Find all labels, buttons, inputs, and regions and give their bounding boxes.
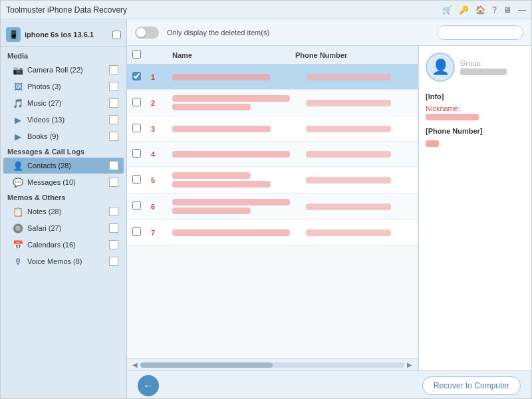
nickname-value [426,114,479,120]
row-4-num: 4 [151,150,170,158]
monitor-icon[interactable]: 🖥 [503,5,511,15]
table-area: Name Phone Number 1 [127,46,531,370]
voice-memos-icon: 🎙 [13,256,23,267]
scroll-thumb[interactable] [140,362,273,368]
books-checkbox[interactable] [109,132,118,141]
table-row[interactable]: 6 [127,194,418,220]
contacts-checkbox[interactable] [109,161,118,170]
scroll-track[interactable] [140,362,404,368]
app-title: Toolmuster iPhone Data Recovery [6,5,442,15]
titlebar-icons: 🛒 🔑 🏠 ? 🖥 — [442,5,526,15]
main-layout: 📱 iphone 6s ios 13.6.1 Media 📷 Camera Ro… [1,19,531,399]
toolbar: Only display the deleted item(s) [127,19,531,46]
info-header: [Info] [426,92,525,100]
row-4-name [170,150,306,159]
device-checkbox[interactable] [112,31,121,39]
sidebar-item-music[interactable]: 🎵 Music (27) [3,95,124,111]
sidebar-item-photos[interactable]: 🖼 Photos (3) [3,78,124,94]
table-row[interactable]: 5 [127,167,418,194]
sidebar-item-books[interactable]: ▶ Books (9) [3,128,124,144]
voice-memos-checkbox[interactable] [109,257,118,266]
sidebar-item-messages[interactable]: 💬 Messages (10) [3,174,124,190]
calendars-checkbox[interactable] [109,240,118,249]
detail-panel: 👤 Group: [Info] Nickname: [Phone Number] [418,46,531,370]
cart-icon[interactable]: 🛒 [442,5,452,15]
messages-icon: 💬 [13,177,23,188]
music-checkbox[interactable] [109,98,118,108]
notes-checkbox[interactable] [109,207,118,216]
row-2-name [170,94,306,112]
table-row[interactable]: 4 [127,142,418,167]
row-5-num: 5 [151,176,170,184]
row-2-num: 2 [151,99,170,107]
contacts-icon: 👤 [13,160,23,171]
row-3-name [170,124,306,134]
videos-checkbox[interactable] [109,115,118,124]
row-4-check[interactable] [132,149,151,160]
photos-checkbox[interactable] [109,82,118,91]
row-6-phone [306,202,412,211]
table-header: Name Phone Number [127,46,418,65]
row-5-phone [306,176,412,185]
camera-icon: 📷 [13,65,23,75]
header-name: Name [170,51,295,59]
row-7-check[interactable] [132,227,151,238]
sidebar-item-notes[interactable]: 📋 Notes (28) [3,203,124,219]
recover-button[interactable]: Recover to Computer [422,376,521,395]
row-1-phone [306,72,412,82]
scroll-left-arrow[interactable]: ◀ [130,361,140,368]
row-1-check[interactable] [132,72,151,82]
avatar-person-icon: 👤 [432,59,450,76]
row-6-check[interactable] [132,201,151,212]
sidebar-item-safari[interactable]: 🔘 Safari (27) [3,220,124,236]
key-icon[interactable]: 🔑 [459,5,469,15]
row-7-name [170,228,306,237]
table-row[interactable]: 7 [127,220,418,245]
camera-roll-checkbox[interactable] [109,65,118,74]
device-name: iphone 6s ios 13.6.1 [25,31,108,39]
deleted-toggle[interactable] [135,27,159,39]
help-icon[interactable]: ? [492,5,497,15]
notes-icon: 📋 [13,206,23,217]
table-row[interactable]: 3 [127,116,418,142]
row-3-phone [306,124,412,134]
minimize-icon[interactable]: — [518,5,526,15]
row-4-phone [306,150,412,159]
back-button[interactable]: ← [138,375,159,396]
row-1-num: 1 [151,73,170,81]
group-info: Group: [460,59,507,75]
sidebar-item-voice-memos[interactable]: 🎙 Voice Memos (8) [3,253,124,269]
row-3-check[interactable] [132,124,151,134]
messages-checkbox[interactable] [109,178,118,187]
row-2-check[interactable] [132,98,151,108]
nickname-field: Nickname: [426,104,525,120]
horizontal-scrollbar[interactable]: ◀ ▶ [127,358,418,370]
select-all-checkbox[interactable] [132,50,141,59]
row-5-check[interactable] [132,175,151,186]
search-input[interactable] [437,25,523,40]
videos-icon: ▶ [13,114,23,125]
home-icon[interactable]: 🏠 [475,5,485,15]
row-7-phone [306,228,412,237]
sidebar: 📱 iphone 6s ios 13.6.1 Media 📷 Camera Ro… [1,19,127,399]
row-7-num: 7 [151,229,170,237]
row-1-name [170,72,306,82]
table-row[interactable]: 2 [127,90,418,116]
phone-value [426,140,439,147]
safari-checkbox[interactable] [109,223,118,233]
table-body: 1 2 [127,65,418,358]
device-row: 📱 iphone 6s ios 13.6.1 [1,23,126,47]
header-phone: Phone Number [295,51,402,59]
table-row[interactable]: 1 [127,65,418,90]
content-area: Only display the deleted item(s) Name Ph… [127,19,531,399]
device-icon: 📱 [6,27,21,42]
avatar: 👤 [426,53,455,82]
section-media: Media [1,49,126,61]
sidebar-item-videos[interactable]: ▶ Videos (13) [3,112,124,128]
row-6-name [170,198,306,215]
sidebar-item-contacts[interactable]: 👤 Contacts (28) [3,158,124,174]
sidebar-item-camera-roll[interactable]: 📷 Camera Roll (22) [3,62,124,78]
scroll-right-arrow[interactable]: ▶ [404,361,415,368]
header-check [132,50,151,61]
sidebar-item-calendars[interactable]: 📅 Calendars (16) [3,237,124,253]
